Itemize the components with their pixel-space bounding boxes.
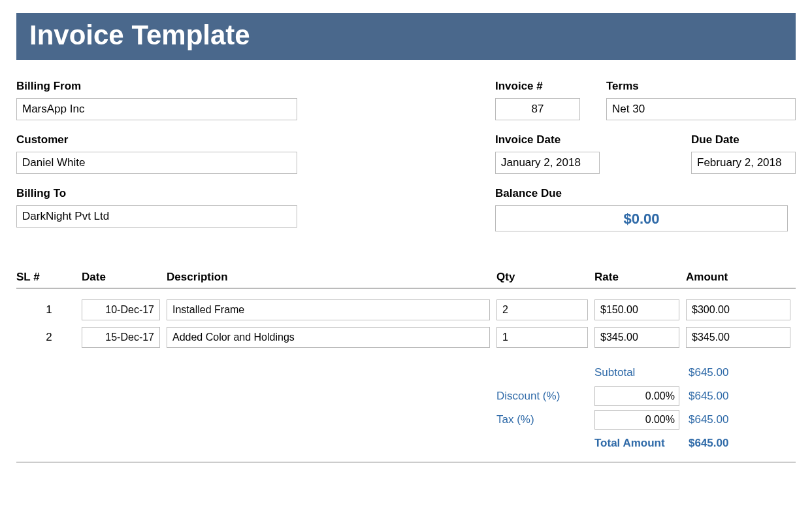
terms-field[interactable]: Net 30 xyxy=(606,98,796,120)
col-description: Description xyxy=(167,271,496,284)
balance-due-label: Balance Due xyxy=(495,187,796,200)
invoice-num-label: Invoice # xyxy=(495,80,593,93)
col-amount: Amount xyxy=(686,271,790,284)
col-date: Date xyxy=(82,271,167,284)
items-header: SL # Date Description Qty Rate Amount xyxy=(16,271,796,289)
col-qty: Qty xyxy=(496,271,594,284)
page-title: Invoice Template xyxy=(16,13,796,60)
billing-to-label: Billing To xyxy=(16,187,297,200)
tax-row: Tax (%) 0.00% $645.00 xyxy=(496,408,794,432)
item-rate[interactable]: $150.00 xyxy=(594,299,679,320)
item-description[interactable]: Installed Frame xyxy=(167,299,490,320)
invoice-date-field[interactable]: January 2, 2018 xyxy=(495,152,600,174)
billing-from-field[interactable]: MarsApp Inc xyxy=(16,98,297,120)
invoice-num-field[interactable]: 87 xyxy=(495,98,580,120)
items-section: SL # Date Description Qty Rate Amount 1 … xyxy=(16,271,796,463)
item-amount[interactable]: $300.00 xyxy=(686,299,790,320)
item-description[interactable]: Added Color and Holdings xyxy=(167,327,490,348)
due-date-label: Due Date xyxy=(691,133,796,146)
discount-input[interactable]: 0.00% xyxy=(594,386,679,406)
tax-value: $645.00 xyxy=(679,413,784,426)
subtotal-value: $645.00 xyxy=(679,366,784,379)
item-amount[interactable]: $345.00 xyxy=(686,327,790,348)
item-qty[interactable]: 2 xyxy=(496,299,588,320)
customer-field[interactable]: Daniel White xyxy=(16,152,297,174)
discount-value: $645.00 xyxy=(679,390,784,403)
item-qty[interactable]: 1 xyxy=(496,327,588,348)
tax-label: Tax (%) xyxy=(496,413,594,426)
subtotal-row: Subtotal $645.00 xyxy=(496,361,794,384)
item-date[interactable]: 15-Dec-17 xyxy=(82,327,160,348)
item-sl: 2 xyxy=(16,331,82,344)
total-value: $645.00 xyxy=(679,437,784,450)
invoice-date-label: Invoice Date xyxy=(495,133,600,146)
customer-label: Customer xyxy=(16,133,297,146)
header-left: Billing From MarsApp Inc Customer Daniel… xyxy=(16,80,297,245)
discount-row: Discount (%) 0.00% $645.00 xyxy=(496,384,794,408)
header-right: Invoice # 87 Terms Net 30 Invoice Date J… xyxy=(495,80,796,245)
total-row: Total Amount $645.00 xyxy=(496,432,794,455)
item-rate[interactable]: $345.00 xyxy=(594,327,679,348)
terms-label: Terms xyxy=(606,80,796,93)
subtotal-label: Subtotal xyxy=(594,366,679,379)
billing-to-field[interactable]: DarkNight Pvt Ltd xyxy=(16,205,297,228)
discount-label: Discount (%) xyxy=(496,390,594,403)
billing-from-label: Billing From xyxy=(16,80,297,93)
item-row: 1 10-Dec-17 Installed Frame 2 $150.00 $3… xyxy=(16,299,796,320)
balance-due-field: $0.00 xyxy=(495,205,788,231)
item-sl: 1 xyxy=(16,303,82,316)
due-date-field[interactable]: February 2, 2018 xyxy=(691,152,796,174)
divider xyxy=(16,462,796,463)
total-label: Total Amount xyxy=(594,437,679,450)
item-date[interactable]: 10-Dec-17 xyxy=(82,299,160,320)
tax-input[interactable]: 0.00% xyxy=(594,410,679,430)
invoice-page: Invoice Template Billing From MarsApp In… xyxy=(0,0,812,476)
item-row: 2 15-Dec-17 Added Color and Holdings 1 $… xyxy=(16,327,796,348)
col-rate: Rate xyxy=(594,271,686,284)
header-section: Billing From MarsApp Inc Customer Daniel… xyxy=(16,80,796,245)
col-sl: SL # xyxy=(16,271,82,284)
totals-section: Subtotal $645.00 Discount (%) 0.00% $645… xyxy=(496,361,794,455)
